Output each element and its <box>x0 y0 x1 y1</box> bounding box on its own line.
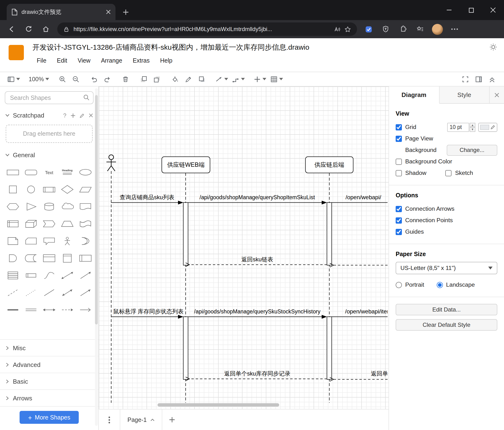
shape-list[interactable] <box>4 267 22 284</box>
shape-line[interactable] <box>40 284 58 301</box>
tab-diagram[interactable]: Diagram <box>389 86 439 104</box>
shape-internal-storage[interactable] <box>4 215 22 232</box>
window-close-button[interactable] <box>482 0 504 20</box>
participant-web[interactable]: 供应链WEB端 <box>162 157 210 173</box>
shape-cube[interactable] <box>22 215 40 232</box>
activation-bars[interactable] <box>183 203 332 379</box>
participant-backend[interactable]: 供应链后端 <box>306 157 353 173</box>
shape-rounded-rectangle[interactable] <box>22 163 40 181</box>
shape-cloud[interactable] <box>58 198 76 215</box>
redo-button[interactable] <box>101 73 114 85</box>
fullscreen-button[interactable] <box>459 73 472 85</box>
shape-diamond[interactable] <box>58 181 76 198</box>
window-maximize-button[interactable] <box>460 0 482 20</box>
profile-avatar[interactable] <box>430 22 445 36</box>
shape-bidirectional-connector[interactable] <box>58 284 76 301</box>
theme-toggle-icon[interactable] <box>489 43 497 51</box>
to-front-button[interactable] <box>137 73 150 85</box>
search-shapes-input[interactable] <box>5 91 94 104</box>
grid-color-button[interactable] <box>478 122 497 132</box>
shape-process[interactable] <box>40 181 58 198</box>
scratchpad-header[interactable]: Scratchpad ? <box>0 109 98 122</box>
portrait-radio[interactable] <box>396 282 402 288</box>
shape-ellipse[interactable] <box>76 163 94 181</box>
shape-step[interactable] <box>40 215 58 232</box>
page-view-checkbox[interactable] <box>396 135 402 142</box>
shape-parallelogram[interactable] <box>76 181 94 198</box>
extension-blue-icon[interactable] <box>361 22 376 36</box>
grid-size-stepper[interactable]: ▲▼ <box>470 122 475 132</box>
shape-note[interactable] <box>4 232 22 249</box>
shape-and[interactable] <box>4 249 22 267</box>
format-panel-toggle-button[interactable] <box>472 73 485 85</box>
shape-arrow[interactable] <box>76 267 94 284</box>
add-page-button[interactable] <box>162 410 182 430</box>
landscape-radio[interactable] <box>436 282 443 288</box>
shape-directional-connector[interactable] <box>76 284 94 301</box>
connection-style-button[interactable] <box>214 73 230 85</box>
shape-container[interactable] <box>40 249 58 267</box>
actor-icon[interactable] <box>107 155 116 171</box>
shape-tape[interactable] <box>76 215 94 232</box>
shape-list-item[interactable] <box>22 267 40 284</box>
shape-link[interactable] <box>22 301 40 318</box>
shape-actor[interactable] <box>58 232 76 249</box>
fill-color-button[interactable] <box>169 73 181 85</box>
shape-or[interactable] <box>76 232 94 249</box>
shape-dashed-line[interactable] <box>4 284 22 301</box>
background-color-checkbox[interactable] <box>396 158 402 165</box>
grid-size-input[interactable] <box>447 122 469 132</box>
edit-data-button[interactable]: Edit Data... <box>396 304 497 315</box>
connection-arrows-checkbox[interactable] <box>396 206 402 212</box>
sidebar-section-basic[interactable]: Basic <box>0 373 98 390</box>
shape-open-arrow[interactable] <box>76 301 94 318</box>
collapse-toolbar-button[interactable] <box>486 73 498 85</box>
shape-heading[interactable]: Heading <box>58 163 76 181</box>
browser-menu-icon[interactable] <box>447 22 462 36</box>
shape-triangle[interactable] <box>22 198 40 215</box>
menu-extras[interactable]: Extras <box>128 56 154 65</box>
paper-size-select[interactable]: US-Letter (8,5" x 11") <box>396 262 497 274</box>
view-panels-button[interactable] <box>6 73 21 85</box>
format-panel-close-icon[interactable] <box>490 86 504 103</box>
zoom-in-button[interactable] <box>56 73 69 85</box>
menu-file[interactable]: File <box>32 56 51 65</box>
shadow-button[interactable] <box>196 73 208 85</box>
shape-dotted-line[interactable] <box>22 284 40 301</box>
shield-extension-icon[interactable] <box>378 22 393 36</box>
shape-dashed-arrow[interactable] <box>58 301 76 318</box>
scratchpad-edit-icon[interactable] <box>80 113 84 118</box>
menu-arrange[interactable]: Arrange <box>97 56 126 65</box>
browser-tab[interactable]: drawio文件预览 <box>7 4 116 20</box>
clear-default-style-button[interactable]: Clear Default Style <box>396 319 497 331</box>
zoom-select[interactable]: 100% <box>27 73 51 85</box>
shape-bold-line[interactable] <box>4 301 22 318</box>
window-minimize-button[interactable] <box>438 0 460 20</box>
sidebar-section-advanced[interactable]: Advanced <box>0 356 98 373</box>
shape-horizontal-container[interactable] <box>76 249 94 267</box>
shape-vertical-container[interactable] <box>58 249 76 267</box>
zoom-out-button[interactable] <box>70 73 82 85</box>
favorite-star-icon[interactable] <box>344 26 351 33</box>
sidebar-section-misc[interactable]: Misc <box>0 340 98 356</box>
shape-rectangle[interactable] <box>4 163 22 181</box>
shadow-checkbox[interactable] <box>396 170 402 176</box>
scratchpad-add-icon[interactable] <box>71 113 75 118</box>
general-section-header[interactable]: General <box>0 149 98 161</box>
shape-text[interactable]: Text <box>40 163 58 181</box>
extensions-puzzle-icon[interactable] <box>395 22 410 36</box>
table-button[interactable] <box>269 73 284 85</box>
scratchpad-close-icon[interactable] <box>89 113 93 118</box>
diagram-canvas[interactable]: 供应链WEB端 供应链后端 <box>99 86 388 409</box>
new-tab-button[interactable] <box>118 5 133 19</box>
favorites-collections-icon[interactable] <box>412 22 428 36</box>
shape-callout[interactable] <box>40 232 58 249</box>
refresh-button[interactable] <box>21 22 36 36</box>
shape-bidirectional-arrow[interactable] <box>58 267 76 284</box>
shape-document[interactable] <box>76 198 94 215</box>
menu-view[interactable]: View <box>73 56 95 65</box>
tab-close-icon[interactable] <box>106 9 111 14</box>
shape-double-arrow[interactable] <box>40 301 58 318</box>
scratchpad-help-icon[interactable]: ? <box>63 112 66 119</box>
shape-cylinder[interactable] <box>40 198 58 215</box>
